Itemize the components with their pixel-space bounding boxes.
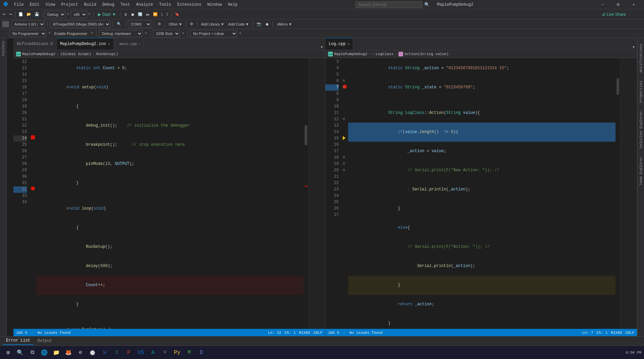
right-code-content[interactable]: static String _action = "012345678910111… bbox=[348, 58, 615, 329]
no-project-dropdown[interactable]: No Project + Librar bbox=[190, 30, 237, 37]
menu-file[interactable]: File bbox=[11, 2, 26, 8]
add-library-button[interactable]: Add Library ▼ bbox=[200, 21, 225, 27]
debug-btn4[interactable]: ⏭ bbox=[145, 12, 151, 17]
left-bc-function-label[interactable]: RunSetup() bbox=[96, 52, 118, 56]
left-col[interactable]: Ch: 1 bbox=[285, 331, 296, 335]
platform-dropdown[interactable]: x86 bbox=[71, 11, 87, 18]
left-issues[interactable]: No issues found bbox=[38, 331, 71, 335]
menu-help[interactable]: Help bbox=[225, 2, 240, 8]
left-encoding[interactable]: MIXED bbox=[299, 331, 310, 335]
right-encoding[interactable]: MIXED bbox=[611, 331, 622, 335]
left-scrollbar-area[interactable] bbox=[304, 58, 308, 329]
menu-search-input[interactable] bbox=[355, 1, 422, 8]
minimize-button[interactable]: ─ bbox=[595, 0, 610, 9]
debug-btn5[interactable]: ⏩ bbox=[152, 11, 159, 17]
tab-definedvalues[interactable]: DefinedValues.h bbox=[13, 38, 57, 50]
taskbar-discord[interactable]: D bbox=[196, 347, 207, 358]
right-position[interactable]: Ln: 7 bbox=[582, 331, 593, 335]
bottom-tab-output[interactable]: Output bbox=[34, 337, 55, 345]
right-bc-project-label[interactable]: MaplePumpDebug2 bbox=[334, 52, 367, 56]
board-dropdown[interactable]: Arduino 1.6/1.8 bbox=[11, 20, 45, 28]
right-bc-class-label[interactable]: LogClass bbox=[376, 52, 393, 56]
taskbar-task-view[interactable]: ⧉ bbox=[27, 347, 38, 358]
bottom-tab-error-list[interactable]: Error List bbox=[3, 337, 34, 345]
left-bc-scope-label[interactable]: (Global Scope) bbox=[60, 52, 91, 56]
taskbar-firefox[interactable]: 🦊 bbox=[63, 347, 74, 358]
liveshare-button[interactable]: ⇄ Live Share bbox=[599, 11, 629, 17]
menu-analyze[interactable]: Analyze bbox=[133, 2, 156, 8]
debug-btn3[interactable]: 🔄 bbox=[137, 11, 144, 17]
menu-build[interactable]: Build bbox=[82, 2, 99, 8]
save-button[interactable]: 💾 bbox=[33, 11, 41, 17]
right-col[interactable]: Ch: 1 bbox=[597, 331, 608, 335]
right-line-ending[interactable]: CRLF bbox=[626, 331, 634, 335]
close-button[interactable]: ✕ bbox=[626, 0, 641, 9]
menu-debug[interactable]: Debug bbox=[100, 2, 117, 8]
taskbar-vs-code[interactable]: VS bbox=[136, 347, 146, 358]
debug-btn2[interactable]: ⏹ bbox=[129, 12, 136, 17]
left-code-content[interactable]: static int Count = 0; ⊟void setup(void) … bbox=[36, 58, 304, 329]
debug-btn7[interactable]: ⤴ bbox=[165, 12, 170, 17]
port-dropdown[interactable]: COM3 bbox=[128, 20, 151, 28]
enable-programmer-button[interactable]: Enable Programmer bbox=[53, 31, 89, 36]
settings-button[interactable]: ⚙ bbox=[189, 21, 195, 27]
taskbar-start[interactable]: ⊞ bbox=[3, 347, 13, 358]
tab-maincpp[interactable]: main.cpp ✕ bbox=[117, 38, 144, 50]
chip-dropdown[interactable]: ATmega2560 (Mega 2560) (An bbox=[50, 20, 110, 28]
menu-window[interactable]: Window bbox=[205, 2, 224, 8]
left-bc-project-label[interactable]: MaplePumpDebug2 bbox=[22, 52, 55, 56]
programmer-dropdown[interactable]: No Programmer bbox=[9, 30, 46, 37]
vmicro-button[interactable]: vMicro ▼ bbox=[275, 21, 293, 27]
menu-project[interactable]: Project bbox=[58, 2, 80, 8]
open-button[interactable]: 📂 bbox=[25, 11, 33, 17]
tab-dropdown-right[interactable]: ▾ bbox=[630, 44, 637, 50]
menu-edit[interactable]: Edit bbox=[27, 2, 42, 8]
menu-view[interactable]: View bbox=[43, 2, 58, 8]
menu-extensions[interactable]: Extensions bbox=[174, 2, 204, 8]
gdb-stub-dropdown[interactable]: GDB Stub bbox=[153, 30, 180, 37]
start-button[interactable]: ▶ Start ▼ bbox=[95, 11, 119, 17]
taskbar-powerpoint[interactable]: P bbox=[123, 347, 134, 358]
chip-search-button[interactable]: 🔍 bbox=[115, 21, 123, 27]
bookmark-button[interactable]: 🔖 bbox=[173, 11, 181, 17]
side-tab-notifications[interactable]: Notifications bbox=[638, 41, 644, 75]
taskbar-chrome[interactable]: ⬤ bbox=[87, 347, 98, 358]
other-button[interactable]: Other ▼ bbox=[167, 21, 183, 27]
debug-btn6[interactable]: ⤵ bbox=[160, 12, 164, 17]
tab-logcpp[interactable]: Log.cpp ✕ bbox=[325, 38, 353, 50]
side-tab-solution-explorer[interactable]: Solution Explorer bbox=[638, 108, 644, 151]
restore-button[interactable]: ⧉ bbox=[610, 0, 626, 9]
taskbar-python[interactable]: Py bbox=[172, 347, 182, 358]
debug-config-dropdown[interactable]: Debug bbox=[44, 11, 65, 18]
tab-maplepumpdebug2-ino[interactable]: MaplePumpDebug2.ino ✕ bbox=[57, 38, 114, 50]
left-position[interactable]: Ln: 32 bbox=[268, 331, 281, 335]
left-line-ending[interactable]: CRLF bbox=[314, 331, 322, 335]
record-button[interactable]: ⏺ bbox=[264, 21, 270, 27]
tab-logcpp-close[interactable]: ✕ bbox=[347, 42, 350, 46]
menu-test[interactable]: Test bbox=[118, 2, 133, 8]
tab-maincpp-close[interactable]: ✕ bbox=[139, 42, 141, 46]
taskbar-search[interactable]: 🔍 bbox=[15, 347, 25, 358]
new-file-button[interactable]: 📄 bbox=[17, 11, 24, 17]
taskbar-excel[interactable]: X bbox=[111, 347, 122, 358]
right-issues[interactable]: No issues found bbox=[350, 331, 383, 335]
taskbar-edge[interactable]: 🌐 bbox=[39, 347, 50, 358]
debug-mode-dropdown[interactable]: Debug: Hardware bbox=[99, 30, 143, 37]
right-zoom[interactable]: 100 % bbox=[328, 331, 339, 335]
right-bc-function-label[interactable]: Action(String value) bbox=[405, 52, 449, 56]
menu-tools[interactable]: Tools bbox=[156, 2, 174, 8]
taskbar-arduino[interactable]: A bbox=[148, 347, 158, 358]
redo-button[interactable]: ↪ bbox=[8, 11, 13, 17]
side-tab-team-explorer[interactable]: Team Explorer bbox=[638, 154, 644, 188]
taskbar-minecraft[interactable]: M bbox=[184, 347, 195, 358]
taskbar-git[interactable]: ⑂ bbox=[160, 347, 170, 358]
taskbar-file-explorer[interactable]: 📁 bbox=[51, 347, 62, 358]
tab-dropdown-left[interactable]: ▾ bbox=[318, 44, 325, 50]
right-scrollbar-area[interactable] bbox=[615, 58, 620, 329]
add-code-button[interactable]: Add Code ▼ bbox=[227, 21, 251, 27]
toolbox-label[interactable]: Toolbox bbox=[1, 38, 6, 59]
port-refresh-button[interactable]: ⚙ bbox=[156, 21, 162, 27]
undo-button[interactable]: ↩ bbox=[1, 11, 7, 17]
left-zoom[interactable]: 100 % bbox=[16, 331, 27, 335]
taskbar-word[interactable]: W bbox=[99, 347, 110, 358]
